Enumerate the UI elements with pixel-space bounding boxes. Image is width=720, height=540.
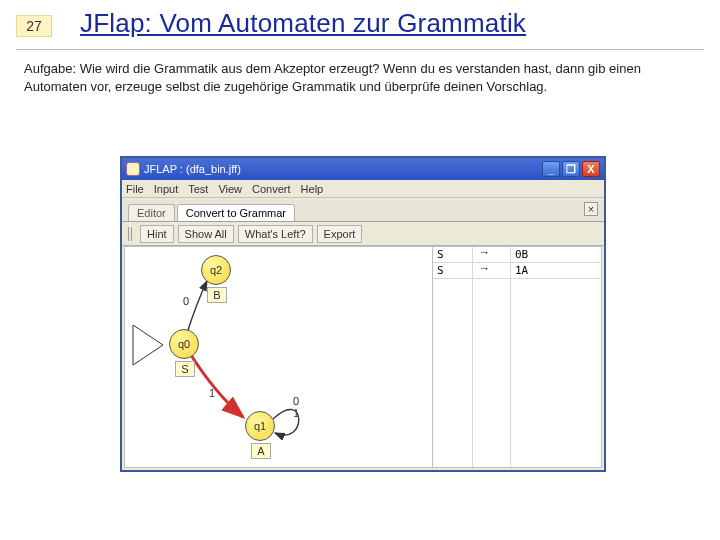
whats-left-button[interactable]: What's Left?: [238, 225, 313, 243]
maximize-button[interactable]: ❐: [562, 161, 580, 177]
toolbar-grip-icon: [128, 227, 134, 241]
edge-label-0-q0-q2: 0: [183, 295, 189, 307]
menu-input[interactable]: Input: [154, 183, 178, 195]
window-titlebar: JFLAP : (dfa_bin.jff) _ ❐ X: [122, 158, 604, 180]
hint-button[interactable]: Hint: [140, 225, 174, 243]
state-q2[interactable]: q2: [201, 255, 231, 285]
jflap-window: JFLAP : (dfa_bin.jff) _ ❐ X File Input T…: [120, 156, 606, 472]
show-all-button[interactable]: Show All: [178, 225, 234, 243]
state-label-S: S: [175, 361, 195, 377]
state-label-A: A: [251, 443, 271, 459]
export-button[interactable]: Export: [317, 225, 363, 243]
menu-view[interactable]: View: [218, 183, 242, 195]
arrow-icon: [473, 263, 511, 278]
edges-svg: [125, 247, 432, 467]
tab-bar: Editor Convert to Grammar: [122, 200, 604, 222]
grammar-empty-rows: [433, 279, 601, 467]
menubar: File Input Test View Convert Help: [122, 180, 604, 198]
slide-title: JFlap: Vom Automaten zur Grammatik: [80, 8, 526, 39]
edge-label-1-q0-q1: 1: [209, 387, 215, 399]
grammar-lhs: S: [433, 247, 473, 262]
edge-label-1-loop-q1: 1: [293, 407, 299, 419]
state-label-B: B: [207, 287, 227, 303]
edge-label-0-loop-q1: 0: [293, 395, 299, 407]
menu-file[interactable]: File: [126, 183, 144, 195]
grammar-table: S 0B S 1A: [433, 247, 601, 467]
content-area: q2 B q0 S q1 A 0 1 0 1 S 0B S: [124, 246, 602, 468]
grammar-lhs: S: [433, 263, 473, 278]
menu-test[interactable]: Test: [188, 183, 208, 195]
window-title: JFLAP : (dfa_bin.jff): [144, 163, 241, 175]
app-icon: [126, 162, 140, 176]
arrow-icon: [473, 247, 511, 262]
task-text: Aufgabe: Wie wird die Grammatik aus dem …: [0, 50, 720, 95]
grammar-row: S 0B: [433, 247, 601, 263]
grammar-rhs: 0B: [511, 247, 601, 262]
menu-convert[interactable]: Convert: [252, 183, 291, 195]
inner-close-button[interactable]: ×: [584, 202, 598, 216]
minimize-button[interactable]: _: [542, 161, 560, 177]
menu-help[interactable]: Help: [301, 183, 324, 195]
tab-editor[interactable]: Editor: [128, 204, 175, 221]
grammar-row: S 1A: [433, 263, 601, 279]
automaton-canvas[interactable]: q2 B q0 S q1 A 0 1 0 1: [125, 247, 433, 467]
grammar-rhs: 1A: [511, 263, 601, 278]
state-q1[interactable]: q1: [245, 411, 275, 441]
tab-convert-to-grammar[interactable]: Convert to Grammar: [177, 204, 295, 221]
toolbar: Hint Show All What's Left? Export: [122, 222, 604, 246]
close-button[interactable]: X: [582, 161, 600, 177]
page-number: 27: [16, 15, 52, 37]
state-q0[interactable]: q0: [169, 329, 199, 359]
